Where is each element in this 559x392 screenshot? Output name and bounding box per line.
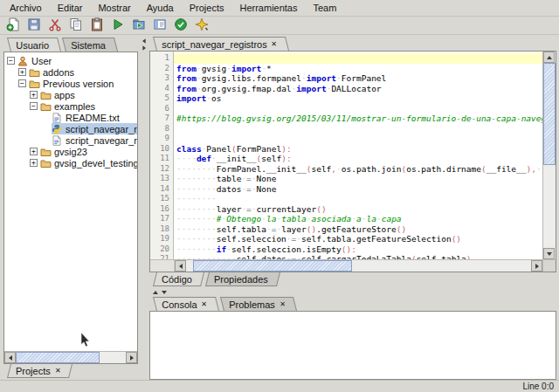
code-area[interactable]: from·gvsig·import·*from·gvsig.libs.formp… <box>174 52 542 259</box>
code-line-18[interactable]: ········self.tabla·=·layer().getFeatureS… <box>174 224 542 235</box>
code-line-15[interactable]: ········ <box>174 194 542 204</box>
code-line-12[interactable]: ········FormPanel.__init__(self,·os.path… <box>174 164 542 175</box>
close-icon[interactable]: ✕ <box>272 41 278 48</box>
editor-hscroll-track[interactable] <box>186 260 531 272</box>
menu-mostrar[interactable]: Mostrar <box>90 1 138 15</box>
tab-script-navegar-registros[interactable]: script_navegar_registros ✕ <box>153 37 289 51</box>
tree-item-script-navegar-regis[interactable]: script_navegar_regis <box>4 134 137 146</box>
tree-item-gvsig-devel-testing[interactable]: +gvsig_devel_testing <box>4 157 137 168</box>
line-number: 15 <box>150 194 173 204</box>
tree-item-examples[interactable]: −examples <box>4 100 137 112</box>
code-line-1[interactable] <box>174 53 542 64</box>
scroll-left-button[interactable] <box>175 260 186 272</box>
scroll-left-button[interactable] <box>4 352 16 363</box>
scroll-right-button[interactable] <box>126 352 137 363</box>
right-arrow-icon <box>535 264 542 269</box>
code-line-3[interactable]: from·gvsig.libs.formpanel·import·FormPan… <box>174 73 542 84</box>
expand-toggle-icon[interactable]: + <box>30 148 38 155</box>
editor-vscroll-thumb[interactable] <box>543 63 556 165</box>
code-line-2[interactable]: from·gvsig·import·* <box>174 64 542 74</box>
tree-horizontal-scrollbar[interactable] <box>4 351 137 363</box>
tab-consola[interactable]: Consola ✕ <box>153 297 219 311</box>
code-line-5[interactable]: import·os <box>174 93 542 104</box>
code-line-6[interactable] <box>174 104 542 114</box>
code-line-4[interactable]: from·org.gvsig.fmap.dal·import·DALLocato… <box>174 84 542 94</box>
show-layout-button[interactable] <box>151 17 169 33</box>
code-line-10[interactable]: class·Panel(FormPanel): <box>174 144 542 155</box>
run-selection-button[interactable] <box>130 17 148 33</box>
vertical-splitter[interactable] <box>138 35 149 380</box>
line-indicator: Line 0:0 <box>522 382 554 391</box>
collapse-toggle-icon[interactable]: − <box>7 57 15 65</box>
tree-item-user[interactable]: −User <box>4 55 137 66</box>
tree-item-label: Previous version <box>43 79 114 89</box>
paste-button[interactable] <box>88 17 106 33</box>
horizontal-splitter[interactable] <box>149 288 556 297</box>
code-line-14[interactable]: ········datos·=·None <box>174 184 542 195</box>
expand-toggle-icon[interactable]: + <box>18 68 26 76</box>
code-line-13[interactable]: ········table·=·None <box>174 174 542 184</box>
folder-icon <box>29 79 40 89</box>
tree-item-gvsig23[interactable]: +gvsig23 <box>4 146 137 157</box>
tree-item-previous-version[interactable]: −Previous version <box>4 78 137 89</box>
menu-team[interactable]: Team <box>306 1 345 15</box>
editor-hscroll-thumb[interactable] <box>193 260 352 272</box>
menu-editar[interactable]: Editar <box>50 1 91 15</box>
tree-item-script-navegar-regis[interactable]: script_navegar_regis <box>4 123 137 134</box>
close-icon[interactable]: ✕ <box>280 301 286 308</box>
code-line-9[interactable] <box>174 134 542 144</box>
editor-vertical-scrollbar[interactable] <box>542 52 556 259</box>
code-line-20[interactable]: ········if·self.seleccion.isEmpty(): <box>174 244 542 255</box>
tab-usuario[interactable]: Usuario <box>7 38 61 52</box>
scroll-up-button[interactable] <box>543 52 555 63</box>
collapse-up-icon[interactable] <box>153 288 158 294</box>
copy-button[interactable] <box>67 17 85 33</box>
code-line-16[interactable]: ········layer·=·currentLayer() <box>174 204 542 215</box>
new-script-button[interactable] <box>4 17 22 33</box>
tree-item-apps[interactable]: +apps <box>4 89 137 100</box>
code-line-19[interactable]: ········self.seleccion·=·self.tabla.getF… <box>174 234 542 244</box>
menu-bar: ArchivoEditarMostrarAyudaProjectsHerrami… <box>0 0 559 17</box>
collapse-left-icon[interactable] <box>140 38 145 43</box>
collapse-right-icon[interactable] <box>142 45 148 50</box>
tree-item-label: README.txt <box>66 113 120 123</box>
whitespace-dots: ···· <box>176 154 197 163</box>
tab-codigo[interactable]: Código <box>153 272 204 286</box>
close-icon[interactable]: ✕ <box>55 368 61 375</box>
file-tree[interactable]: −User+addons−Previous version+apps−examp… <box>4 52 137 351</box>
code-line-8[interactable] <box>174 124 542 134</box>
expand-toggle-icon[interactable]: + <box>30 91 38 99</box>
tree-item-addons[interactable]: +addons <box>4 66 137 78</box>
console-output[interactable] <box>149 311 556 380</box>
menu-herramientas[interactable]: Herramientas <box>231 1 305 15</box>
code-line-17[interactable]: ········#·Obtengo·la·tabla·asociada·a·la… <box>174 214 542 224</box>
scroll-right-button[interactable] <box>531 260 542 272</box>
run-button[interactable] <box>109 17 127 33</box>
save-button[interactable] <box>25 17 43 33</box>
tab-problemas[interactable]: Problemas ✕ <box>220 297 297 311</box>
explorer-tab-row: Usuario Sistema <box>3 37 138 52</box>
code-line-11[interactable]: ····def·__init__(self): <box>174 154 542 164</box>
menu-ayuda[interactable]: Ayuda <box>139 1 182 15</box>
menu-archivo[interactable]: Archivo <box>2 1 50 15</box>
text-file-icon <box>52 113 63 123</box>
scroll-down-button[interactable] <box>543 248 555 259</box>
collapse-toggle-icon[interactable]: − <box>18 79 26 87</box>
editor-vscroll-track[interactable] <box>543 63 556 248</box>
collapse-toggle-icon[interactable]: − <box>30 102 38 110</box>
tab-sistema[interactable]: Sistema <box>62 38 118 52</box>
editor-horizontal-scrollbar[interactable] <box>150 259 556 272</box>
tree-scroll-track[interactable] <box>16 352 126 363</box>
tab-projects[interactable]: Projects ✕ <box>7 364 72 378</box>
cut-button[interactable] <box>46 17 64 33</box>
menu-projects[interactable]: Projects <box>182 1 232 15</box>
close-icon[interactable]: ✕ <box>201 301 207 308</box>
tab-propiedades[interactable]: Propiedades <box>205 272 280 286</box>
tree-scroll-thumb[interactable] <box>16 352 100 363</box>
code-line-7[interactable]: #https://blog.gvsig.org/2015/03/11/mostr… <box>174 113 542 124</box>
collapse-down-icon[interactable] <box>162 291 167 297</box>
check-button[interactable] <box>172 17 190 33</box>
module-button[interactable] <box>193 17 210 33</box>
tree-item-readme-txt[interactable]: README.txt <box>4 112 137 123</box>
expand-toggle-icon[interactable]: + <box>30 159 38 167</box>
